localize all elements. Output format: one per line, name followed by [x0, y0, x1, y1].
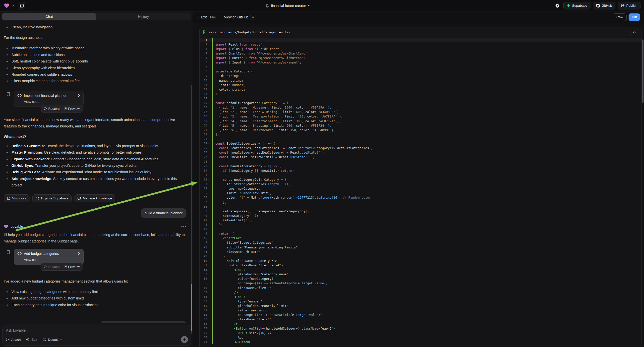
card-title: Add budget categories: [24, 252, 59, 256]
chevron-down-icon[interactable]: [12, 5, 14, 6]
code-viewer-panel: Exit ESC View on GitHub G Raw Diff src/c…: [193, 12, 644, 347]
raw-toggle-button[interactable]: Raw: [613, 14, 626, 21]
file-card: src/components/budget/BudgetCategories.t…: [200, 27, 642, 347]
preview-button[interactable]: Preview: [64, 107, 80, 110]
exit-button[interactable]: Exit ESC: [197, 15, 217, 20]
code-line: 52 <Input: [200, 268, 642, 272]
file-path: src/components/budget/BudgetCategories.t…: [209, 30, 291, 34]
view-on-github-button[interactable]: View on GitHub G: [224, 15, 255, 20]
assistant-paragraph: I've added a new budget categories manag…: [4, 278, 186, 284]
project-switcher[interactable]: financial-future-creator: [265, 0, 310, 12]
explore-supabase-button[interactable]: Explore Supabase: [32, 194, 72, 202]
code-line: 5import { Button } from '@/components/ui…: [200, 56, 642, 60]
prompt-composer[interactable]: Ask Lovable... Attach Edit Default: [2, 324, 191, 346]
code-line: 23: [200, 137, 642, 141]
manage-knowledge-button[interactable]: Manage knowledge: [74, 194, 115, 202]
design-intro-text: For the design aesthetic:: [4, 34, 186, 41]
tab-chat[interactable]: Chat: [2, 13, 96, 20]
code-line: 60 placeholder="Monthly limit": [200, 304, 642, 308]
collapse-file-button[interactable]: [630, 29, 638, 36]
code-line: 17 { id: '2', name: 'Food & Dining', lim…: [200, 110, 642, 114]
code-line: 11 limit: number;: [200, 83, 642, 87]
user-message: would be cool if you could add budget ca…: [100, 321, 186, 322]
g-key-badge: G: [250, 15, 255, 20]
github-button[interactable]: GitHub: [593, 2, 615, 10]
chat-scroll-area[interactable]: Clean, intuitive navigation For the desi…: [0, 22, 193, 322]
bookmark-icon[interactable]: [7, 250, 10, 254]
added-features-list: View existing budget categories with the…: [4, 288, 186, 308]
restore-button[interactable]: Restore: [44, 107, 60, 110]
code-line: 51 <div className="flex gap-4">: [200, 263, 642, 267]
external-link-icon: [64, 107, 67, 110]
code-line: 40 setNewCategory('');: [200, 213, 642, 218]
globe-icon: [265, 4, 269, 8]
code-change-card-wrap: Implement financial planner View code Re…: [14, 90, 93, 112]
code-line: 63 className="flex-1": [200, 317, 642, 322]
list-item: Add new budget categories with custom li…: [4, 295, 186, 302]
list-item: Soft, neutral color palette with light b…: [4, 58, 186, 64]
code-lines[interactable]: 12import React from 'react';3import { Pl…: [200, 38, 642, 347]
globe-icon: [621, 4, 624, 8]
code-scrollbar[interactable]: [642, 39, 644, 103]
code-change-card[interactable]: Implement financial planner View code: [14, 90, 84, 107]
assistant-paragraph: Your sleek financial planner is now read…: [4, 116, 186, 130]
publish-button[interactable]: Publish: [618, 2, 640, 10]
list-item: Clean, intuitive navigation: [4, 24, 186, 30]
code-change-card[interactable]: Add budget categories View code: [14, 249, 84, 265]
top-bar: financial-future-creator Supabase GitHub…: [0, 0, 644, 12]
mode-select[interactable]: Default: [43, 338, 63, 342]
list-item: Glass-morphic elements for a premium fee…: [4, 78, 186, 84]
supabase-button[interactable]: Supabase: [563, 2, 590, 10]
code-line: 56 className="flex-1": [200, 286, 642, 290]
sliders-icon: [43, 338, 46, 341]
code-line: 29∨ const handleAddCategory = () => {: [200, 164, 642, 168]
prompt-input[interactable]: Ask Lovable...: [6, 328, 188, 332]
list-item: Add project knowledge: Set key context o…: [4, 176, 186, 189]
code-line: 9 id: string;: [200, 74, 642, 78]
code-line: 53 placeholder="Category name": [200, 272, 642, 276]
code-icon: [18, 252, 22, 255]
code-line: 7: [200, 65, 642, 69]
restore-button-disabled[interactable]: Restore: [44, 265, 60, 268]
code-line: 45 <ChartCard: [200, 236, 642, 240]
code-line: 36 color: '#' + Math.floor(Math.random()…: [200, 196, 642, 200]
visit-docs-button[interactable]: Visit docs: [4, 194, 30, 202]
code-line: 13}: [200, 92, 642, 96]
package-icon: [78, 197, 81, 200]
file-header[interactable]: src/components/budget/BudgetCategories.t…: [200, 28, 642, 37]
toggle-sidebar-button[interactable]: [18, 2, 26, 10]
settings-gear-button[interactable]: [554, 4, 561, 8]
chat-bubble-icon: [36, 197, 39, 200]
code-line: 33 id: String(categories.length + 1),: [200, 182, 642, 186]
supabase-bolt-icon: [566, 4, 570, 8]
quick-action-chips: Visit docs Explore Supabase Manage knowl…: [4, 194, 186, 202]
edit-button[interactable]: Edit: [26, 338, 37, 342]
bookmark-icon[interactable]: [7, 92, 10, 96]
list-item: Debug with Ease: Activate our experiment…: [4, 169, 186, 175]
diff-toggle-button[interactable]: Diff: [628, 14, 640, 21]
list-item: View existing budget categories with the…: [4, 288, 186, 295]
user-message-row: would be cool if you could add budget ca…: [4, 321, 186, 322]
restore-icon: [44, 107, 47, 110]
lovable-logo[interactable]: [4, 3, 10, 8]
view-code-link[interactable]: View code: [24, 100, 80, 104]
chat-scrollbar[interactable]: [191, 85, 192, 334]
list-item: Refine & Customize: Tweak the design, an…: [4, 143, 186, 149]
view-code-link[interactable]: View code: [24, 258, 80, 262]
bullet-list: Clean, intuitive navigation: [4, 24, 186, 30]
more-options-icon[interactable]: •••: [181, 224, 186, 228]
code-line: 66 <Plus size={16} />: [200, 330, 642, 335]
code-line: 31: [200, 173, 642, 177]
code-line: 62 onChange={(e) => setNewLimit(e.target…: [200, 313, 642, 317]
preview-button[interactable]: Preview: [64, 265, 80, 268]
code-line: 54 value={newCategory}: [200, 276, 642, 281]
attach-button[interactable]: Attach: [6, 338, 21, 342]
assistant-paragraph: I'll help you add budget categories to t…: [4, 232, 186, 244]
code-line: 32∨ const newCategoryObj: Category = {: [200, 177, 642, 182]
code-line: 3import { Plus } from 'lucide-react';: [200, 46, 642, 51]
code-line: 28: [200, 159, 642, 164]
code-line: 26 const [newCategory, setNewCategory] =…: [200, 150, 642, 155]
list-item: Subtle animations and transitions: [4, 52, 186, 58]
tab-history[interactable]: History: [96, 13, 191, 20]
send-button[interactable]: [181, 336, 188, 343]
